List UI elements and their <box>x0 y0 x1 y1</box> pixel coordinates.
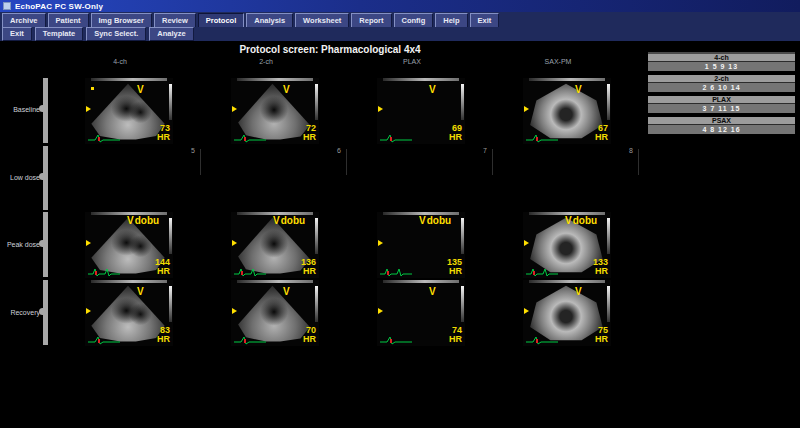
cycle-select-marker: V <box>273 215 280 226</box>
view-group-clip-numbers: 2 6 10 14 <box>648 82 795 92</box>
stage-overlay: Vdobu <box>273 210 305 228</box>
ultrasound-thumbnail[interactable]: V 69 HR <box>377 78 465 144</box>
cell-baseline-plax[interactable]: V 69 HR <box>377 78 522 145</box>
ultrasound-sector <box>527 284 605 342</box>
window-titlebar[interactable]: EchoPAC PC SW-Only <box>0 0 800 12</box>
grayscale-strip-top <box>91 280 167 283</box>
heart-rate-readout: 70 HR <box>303 326 316 344</box>
tab-exit[interactable]: Exit <box>470 13 500 27</box>
tab-review[interactable]: Review <box>154 13 196 27</box>
stage-pointer-recovery <box>39 308 44 315</box>
cell-recovery-saxpm[interactable]: V 75 HR <box>523 280 668 347</box>
caliper-arrow-icon <box>524 240 529 246</box>
cell-divider <box>346 149 347 175</box>
stage-label-dobu: dobu <box>427 215 451 226</box>
cycle-select-marker: V <box>575 286 582 297</box>
cell-peak-dose-4ch[interactable]: 144 HR Vdobu <box>85 212 230 279</box>
tab-img-browser[interactable]: Img Browser <box>91 13 152 27</box>
app-icon <box>3 2 11 10</box>
ultrasound-thumbnail[interactable]: V 75 HR <box>523 280 611 346</box>
cell-divider <box>492 149 493 175</box>
grayscale-bar <box>169 218 172 254</box>
grayscale-bar <box>607 84 610 120</box>
grayscale-strip-top <box>237 78 313 81</box>
heart-rate-readout: 72 HR <box>303 124 316 142</box>
view-group-clip-numbers: 4 8 12 16 <box>648 124 795 134</box>
stage-overlay: Vdobu <box>565 210 597 228</box>
grayscale-strip-top <box>383 280 459 283</box>
caliper-arrow-icon <box>524 106 529 112</box>
grayscale-bar <box>315 286 318 322</box>
view-group-plax[interactable]: PLAX 3 7 11 15 <box>648 96 795 113</box>
tab-config[interactable]: Config <box>394 13 434 27</box>
tab-analysis[interactable]: Analysis <box>246 13 293 27</box>
stage-label-dobu: dobu <box>281 215 305 226</box>
view-group-clip-numbers: 1 5 9 13 <box>648 61 795 71</box>
caliper-arrow-icon <box>524 308 529 314</box>
cell-peak-dose-2ch[interactable]: 136 HR Vdobu <box>231 212 376 279</box>
analyze-button[interactable]: Analyze <box>149 27 193 41</box>
tab-protocol[interactable]: Protocol <box>198 13 244 27</box>
cell-recovery-plax[interactable]: V 74 HR <box>377 280 522 347</box>
grayscale-strip-top <box>529 280 605 283</box>
stage-pointer-low-dose <box>39 173 44 180</box>
cell-low-dose-plax-empty[interactable]: 7 <box>377 146 522 213</box>
ultrasound-thumbnail[interactable]: V 70 HR <box>231 280 319 346</box>
cell-baseline-saxpm[interactable]: V 67 HR <box>523 78 668 145</box>
heart-rate-readout: 135 HR <box>447 258 462 276</box>
cycle-select-marker: V <box>565 215 572 226</box>
cell-recovery-4ch[interactable]: V 83 HR <box>85 280 230 347</box>
ultrasound-thumbnail[interactable]: V 74 HR <box>377 280 465 346</box>
cell-baseline-2ch[interactable]: V 72 HR <box>231 78 376 145</box>
grayscale-bar <box>315 218 318 254</box>
heart-rate-readout: 75 HR <box>595 326 608 344</box>
heart-rate-readout: 67 HR <box>595 124 608 142</box>
template-button[interactable]: Template <box>35 27 83 41</box>
grayscale-bar <box>607 218 610 254</box>
tab-archive[interactable]: Archive <box>2 13 46 27</box>
grayscale-strip-top <box>91 78 167 81</box>
caliper-arrow-icon <box>232 308 237 314</box>
stage-overlay: Vdobu <box>419 210 451 228</box>
tab-worksheet[interactable]: Worksheet <box>295 13 349 27</box>
heart-rate-readout: 73 HR <box>157 124 170 142</box>
grayscale-bar <box>169 286 172 322</box>
grayscale-bar <box>461 218 464 254</box>
caliper-arrow-icon <box>232 240 237 246</box>
cell-low-dose-2ch-empty[interactable]: 6 <box>231 146 376 213</box>
view-group-4ch[interactable]: 4-ch 1 5 9 13 <box>648 54 795 71</box>
ecg-trace-icon <box>87 267 121 277</box>
ultrasound-thumbnail[interactable]: V 73 HR <box>85 78 173 144</box>
grayscale-bar <box>461 84 464 120</box>
view-group-psax[interactable]: PSAX 4 8 12 16 <box>648 117 795 134</box>
stage-pointer-peak-dose <box>39 240 44 247</box>
cell-peak-dose-plax[interactable]: 135 HR Vdobu <box>377 212 522 279</box>
ultrasound-sector <box>235 82 313 140</box>
cell-peak-dose-saxpm[interactable]: 133 HR Vdobu <box>523 212 668 279</box>
cycle-select-marker: V <box>575 84 582 95</box>
column-header-saxpm: SAX-PM <box>523 58 593 65</box>
caliper-arrow-icon <box>378 240 383 246</box>
caliper-arrow-icon <box>86 106 91 112</box>
view-group-2ch[interactable]: 2-ch 2 6 10 14 <box>648 75 795 92</box>
grayscale-bar <box>315 84 318 120</box>
exit-button[interactable]: Exit <box>2 27 32 41</box>
cell-recovery-2ch[interactable]: V 70 HR <box>231 280 376 347</box>
tab-help[interactable]: Help <box>435 13 467 27</box>
ecg-trace-icon <box>525 267 559 277</box>
ecg-trace-icon <box>233 335 267 345</box>
cycle-select-marker: V <box>419 215 426 226</box>
cell-low-dose-4ch-empty[interactable]: 5 <box>85 146 230 213</box>
tab-patient[interactable]: Patient <box>48 13 89 27</box>
ultrasound-thumbnail[interactable]: V 72 HR <box>231 78 319 144</box>
cell-baseline-4ch[interactable]: V 73 HR <box>85 78 230 145</box>
cell-divider <box>200 149 201 175</box>
ultrasound-sector <box>235 284 313 342</box>
sync-select-button[interactable]: Sync Select. <box>86 27 146 41</box>
ecg-trace-icon <box>379 335 413 345</box>
ultrasound-thumbnail[interactable]: V 83 HR <box>85 280 173 346</box>
cell-low-dose-saxpm-empty[interactable]: 8 <box>523 146 668 213</box>
ultrasound-thumbnail[interactable]: V 67 HR <box>523 78 611 144</box>
ultrasound-sector <box>381 284 459 342</box>
tab-report[interactable]: Report <box>351 13 391 27</box>
